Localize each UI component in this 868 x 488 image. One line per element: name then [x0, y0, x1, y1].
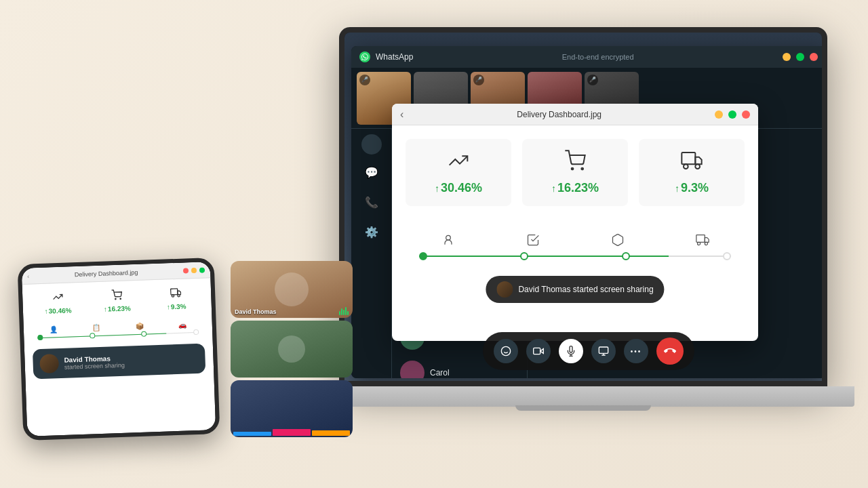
svg-point-18: [120, 298, 121, 299]
wa-titlebar-left: WhatsApp: [359, 52, 413, 62]
wa-minimize-button[interactable]: [783, 53, 791, 61]
dash-close-button[interactable]: [742, 110, 750, 119]
timeline-icon-packed: [575, 233, 660, 250]
audio-bar-5: [347, 311, 349, 315]
svg-point-8: [705, 242, 707, 245]
svg-point-5: [446, 235, 450, 240]
svg-point-3: [684, 164, 688, 169]
phone-stat-icon-1: [31, 291, 85, 306]
wa-close-button[interactable]: [810, 53, 818, 61]
stat-card-1: ↑ 30.46%: [406, 139, 511, 206]
stat-value-1: ↑ 30.46%: [416, 181, 500, 195]
phone-content: ↑30.46% ↑16.23% ↑9.3%: [22, 278, 216, 436]
phone-timeline: 👤 📋 📦 🚗: [32, 321, 204, 339]
phone-stat-icon-3: [149, 287, 203, 302]
wa-maximize-button[interactable]: [796, 53, 804, 61]
laptop-screen: WhatsApp End-to-end encrypted 🎤: [339, 27, 827, 386]
wa-window-controls[interactable]: [783, 53, 818, 61]
phone-stats-row: ↑30.46% ↑16.23% ↑9.3%: [31, 287, 203, 316]
phone-tl-icon-1: 👤: [32, 325, 75, 333]
timeline-dot-4: [723, 252, 731, 260]
dashboard-back-button[interactable]: ‹: [400, 108, 403, 121]
stat-card-2: ↑ 16.23%: [522, 139, 628, 206]
phone-stat-1: ↑30.46%: [31, 291, 85, 316]
dash-maximize-button[interactable]: [728, 110, 736, 119]
wa-titlebar: WhatsApp End-to-end encrypted: [351, 46, 822, 68]
stat-value-2: ↑ 16.23%: [533, 181, 617, 195]
svg-point-7: [697, 242, 700, 245]
emoji-react-button[interactable]: [494, 339, 518, 363]
stat-icon-1: [416, 150, 500, 176]
wa-encrypted-label: End-to-end encrypted: [562, 53, 634, 61]
svg-rect-2: [682, 152, 695, 164]
laptop-screen-inner: WhatsApp End-to-end encrypted 🎤: [344, 33, 822, 381]
mic-toggle-button[interactable]: [559, 339, 583, 363]
whatsapp-logo-icon: [359, 52, 370, 62]
phone-timeline-line: [37, 332, 199, 338]
svg-rect-13: [534, 348, 540, 354]
timeline-progress-line: [419, 256, 731, 257]
phone-min-button[interactable]: [191, 267, 197, 272]
phone-tl-dot-1: [37, 335, 43, 340]
phone-back-icon: ‹: [27, 272, 29, 279]
phone-stat-value-3: ↑9.3%: [149, 302, 203, 312]
timeline-dot-3: [622, 252, 630, 260]
timeline-icon-order: [406, 233, 490, 250]
svg-point-0: [572, 168, 574, 170]
more-options-button[interactable]: •••: [624, 339, 648, 363]
svg-point-9: [501, 346, 510, 355]
video-panel: David Thomas: [231, 261, 353, 437]
screen-share-button[interactable]: [591, 339, 616, 363]
phone-screen-share-notification: David Thomas started screen sharing: [33, 344, 205, 380]
dashboard-content: ↑ 30.46%: [392, 125, 758, 276]
video-panel-thumb-2: [231, 321, 353, 378]
mic-muted-icon-5: 🎤: [587, 75, 598, 85]
audio-bar-3: [343, 310, 344, 315]
video-toggle-button[interactable]: [526, 339, 551, 363]
svg-point-17: [115, 298, 116, 299]
audio-bar-4: [345, 307, 347, 315]
laptop-container: WhatsApp End-to-end encrypted 🎤: [312, 27, 827, 461]
sidebar-item-chat[interactable]: 💬: [359, 160, 384, 184]
dashboard-title: Delivery Dashboard.jpg: [517, 110, 601, 119]
svg-rect-19: [171, 289, 178, 295]
stats-row: ↑ 30.46%: [406, 139, 745, 206]
svg-rect-16: [599, 347, 608, 353]
delivery-dashboard-window: ‹ Delivery Dashboard.jpg: [392, 104, 758, 341]
phone-close-button[interactable]: [183, 268, 189, 273]
phone-tl-icon-4: 🚗: [161, 321, 204, 329]
phone-max-button[interactable]: [199, 267, 205, 272]
dashboard-window-controls[interactable]: [715, 110, 750, 119]
timeline-dot-2: [520, 252, 528, 260]
sidebar-item-calls[interactable]: 📞: [359, 190, 384, 214]
mic-muted-icon-1: 🎤: [359, 75, 370, 85]
phone-win-controls[interactable]: [183, 267, 205, 273]
phone-dashboard-title: Delivery Dashboard.jpg: [75, 268, 138, 277]
chat-avatar-6: [400, 361, 425, 378]
phone-notif-content: David Thomas started screen sharing: [64, 354, 125, 370]
phone-stat-2: ↑16.23%: [90, 289, 144, 314]
end-call-button[interactable]: [656, 338, 684, 365]
timeline-icon-processing: [490, 233, 575, 250]
svg-point-20: [172, 295, 174, 297]
audio-bar-2: [341, 308, 342, 315]
audio-bar-1: [339, 311, 340, 315]
stat-icon-2: [533, 150, 617, 176]
phone-tl-icon-3: 📦: [118, 322, 161, 331]
screen-share-notification: David Thomas started screen sharing: [486, 276, 664, 303]
dash-minimize-button[interactable]: [715, 110, 723, 119]
mic-muted-icon-3: 🎤: [473, 75, 484, 85]
svg-point-4: [695, 164, 700, 169]
video-panel-thumb-1: David Thomas: [231, 261, 353, 318]
svg-marker-12: [540, 349, 544, 354]
phone-tl-dot-4: [193, 329, 199, 335]
user-avatar[interactable]: [361, 134, 382, 155]
phone-stat-3: ↑9.3%: [149, 287, 203, 312]
stat-icon-3: [650, 150, 734, 176]
mobile-phone: ‹ Delivery Dashboard.jpg ↑30.46%: [18, 258, 220, 441]
screen-share-text: David Thomas started screen sharing: [518, 285, 653, 294]
phone-tl-icon-2: 📋: [75, 323, 118, 332]
vp-name-1: David Thomas: [235, 308, 277, 315]
sidebar-item-settings[interactable]: ⚙️: [359, 220, 384, 244]
dashboard-titlebar: ‹ Delivery Dashboard.jpg: [392, 104, 758, 125]
